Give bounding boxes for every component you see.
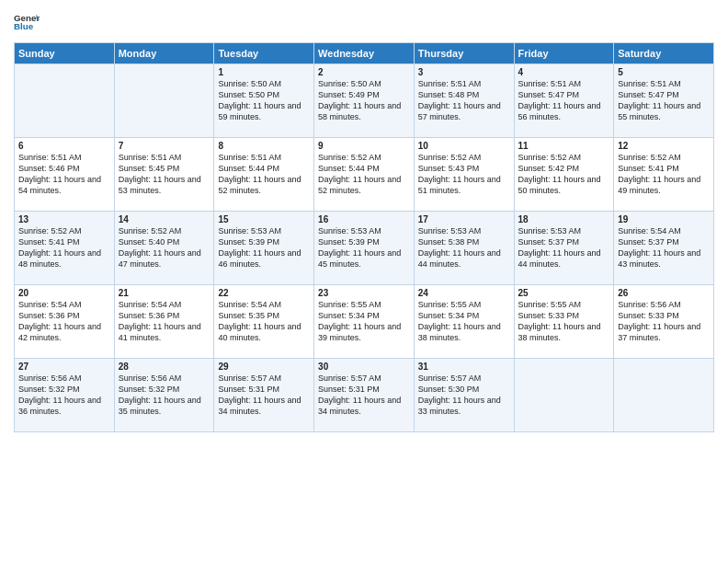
day-cell: 31Sunrise: 5:57 AM Sunset: 5:30 PM Dayli…	[414, 359, 514, 432]
day-number: 28	[119, 362, 210, 372]
day-cell: 27Sunrise: 5:56 AM Sunset: 5:32 PM Dayli…	[15, 359, 115, 432]
day-content: Sunrise: 5:57 AM Sunset: 5:30 PM Dayligh…	[418, 373, 510, 418]
day-content: Sunrise: 5:54 AM Sunset: 5:35 PM Dayligh…	[218, 299, 310, 344]
day-cell: 29Sunrise: 5:57 AM Sunset: 5:31 PM Dayli…	[214, 359, 314, 432]
day-cell: 1Sunrise: 5:50 AM Sunset: 5:50 PM Daylig…	[214, 64, 314, 138]
day-cell: 28Sunrise: 5:56 AM Sunset: 5:32 PM Dayli…	[114, 359, 214, 432]
day-cell: 8Sunrise: 5:51 AM Sunset: 5:44 PM Daylig…	[214, 138, 314, 212]
day-number: 3	[418, 67, 510, 77]
day-number: 4	[518, 67, 610, 77]
day-content: Sunrise: 5:57 AM Sunset: 5:31 PM Dayligh…	[318, 373, 410, 418]
day-header-thursday: Thursday	[414, 43, 514, 64]
day-number: 14	[119, 214, 210, 224]
day-content: Sunrise: 5:54 AM Sunset: 5:37 PM Dayligh…	[618, 225, 710, 270]
day-number: 25	[518, 288, 610, 298]
day-cell: 11Sunrise: 5:52 AM Sunset: 5:42 PM Dayli…	[514, 138, 614, 212]
day-content: Sunrise: 5:53 AM Sunset: 5:39 PM Dayligh…	[218, 225, 310, 270]
day-content: Sunrise: 5:53 AM Sunset: 5:37 PM Dayligh…	[518, 225, 610, 270]
day-cell: 22Sunrise: 5:54 AM Sunset: 5:35 PM Dayli…	[214, 285, 314, 359]
day-cell: 18Sunrise: 5:53 AM Sunset: 5:37 PM Dayli…	[514, 212, 614, 285]
day-cell: 3Sunrise: 5:51 AM Sunset: 5:48 PM Daylig…	[414, 64, 514, 138]
week-row-1: 1Sunrise: 5:50 AM Sunset: 5:50 PM Daylig…	[15, 64, 714, 138]
day-content: Sunrise: 5:53 AM Sunset: 5:39 PM Dayligh…	[318, 225, 410, 270]
day-number: 1	[218, 67, 310, 77]
day-cell: 15Sunrise: 5:53 AM Sunset: 5:39 PM Dayli…	[214, 212, 314, 285]
day-number: 11	[518, 141, 610, 151]
day-content: Sunrise: 5:50 AM Sunset: 5:49 PM Dayligh…	[318, 78, 410, 123]
day-cell: 21Sunrise: 5:54 AM Sunset: 5:36 PM Dayli…	[114, 285, 214, 359]
day-content: Sunrise: 5:52 AM Sunset: 5:40 PM Dayligh…	[119, 225, 210, 270]
day-cell	[15, 64, 115, 138]
day-content: Sunrise: 5:56 AM Sunset: 5:32 PM Dayligh…	[119, 373, 210, 418]
day-cell: 26Sunrise: 5:56 AM Sunset: 5:33 PM Dayli…	[614, 285, 714, 359]
day-content: Sunrise: 5:51 AM Sunset: 5:46 PM Dayligh…	[18, 152, 110, 197]
day-number: 21	[119, 288, 210, 298]
day-number: 30	[318, 362, 410, 372]
day-number: 24	[418, 288, 510, 298]
calendar-table: SundayMondayTuesdayWednesdayThursdayFrid…	[14, 42, 714, 432]
day-cell: 30Sunrise: 5:57 AM Sunset: 5:31 PM Dayli…	[314, 359, 415, 432]
day-number: 15	[218, 214, 310, 224]
day-number: 17	[418, 214, 510, 224]
day-number: 26	[618, 288, 710, 298]
day-cell: 12Sunrise: 5:52 AM Sunset: 5:41 PM Dayli…	[614, 138, 714, 212]
day-cell: 10Sunrise: 5:52 AM Sunset: 5:43 PM Dayli…	[414, 138, 514, 212]
day-content: Sunrise: 5:52 AM Sunset: 5:41 PM Dayligh…	[618, 152, 710, 197]
day-number: 23	[318, 288, 410, 298]
day-number: 9	[318, 141, 410, 151]
day-content: Sunrise: 5:54 AM Sunset: 5:36 PM Dayligh…	[119, 299, 210, 344]
day-number: 10	[418, 141, 510, 151]
day-cell: 24Sunrise: 5:55 AM Sunset: 5:34 PM Dayli…	[414, 285, 514, 359]
day-cell	[514, 359, 614, 432]
day-cell	[614, 359, 714, 432]
week-row-2: 6Sunrise: 5:51 AM Sunset: 5:46 PM Daylig…	[15, 138, 714, 212]
day-cell: 2Sunrise: 5:50 AM Sunset: 5:49 PM Daylig…	[314, 64, 415, 138]
day-header-tuesday: Tuesday	[214, 43, 314, 64]
day-content: Sunrise: 5:55 AM Sunset: 5:33 PM Dayligh…	[518, 299, 610, 344]
day-content: Sunrise: 5:51 AM Sunset: 5:48 PM Dayligh…	[418, 78, 510, 123]
day-cell	[114, 64, 214, 138]
day-cell: 17Sunrise: 5:53 AM Sunset: 5:38 PM Dayli…	[414, 212, 514, 285]
day-cell: 19Sunrise: 5:54 AM Sunset: 5:37 PM Dayli…	[614, 212, 714, 285]
day-content: Sunrise: 5:51 AM Sunset: 5:45 PM Dayligh…	[119, 152, 210, 197]
day-content: Sunrise: 5:52 AM Sunset: 5:43 PM Dayligh…	[418, 152, 510, 197]
day-header-wednesday: Wednesday	[314, 43, 415, 64]
day-content: Sunrise: 5:50 AM Sunset: 5:50 PM Dayligh…	[218, 78, 310, 123]
day-content: Sunrise: 5:55 AM Sunset: 5:34 PM Dayligh…	[318, 299, 410, 344]
day-cell: 4Sunrise: 5:51 AM Sunset: 5:47 PM Daylig…	[514, 64, 614, 138]
day-content: Sunrise: 5:51 AM Sunset: 5:47 PM Dayligh…	[518, 78, 610, 123]
day-number: 5	[618, 67, 710, 77]
day-content: Sunrise: 5:52 AM Sunset: 5:41 PM Dayligh…	[18, 225, 110, 270]
week-row-5: 27Sunrise: 5:56 AM Sunset: 5:32 PM Dayli…	[15, 359, 714, 432]
week-row-3: 13Sunrise: 5:52 AM Sunset: 5:41 PM Dayli…	[15, 212, 714, 285]
day-number: 19	[618, 214, 710, 224]
day-content: Sunrise: 5:57 AM Sunset: 5:31 PM Dayligh…	[218, 373, 310, 418]
day-number: 31	[418, 362, 510, 372]
logo: General Blue	[14, 9, 21, 35]
day-cell: 20Sunrise: 5:54 AM Sunset: 5:36 PM Dayli…	[15, 285, 115, 359]
header-row: SundayMondayTuesdayWednesdayThursdayFrid…	[15, 43, 714, 64]
day-content: Sunrise: 5:56 AM Sunset: 5:32 PM Dayligh…	[18, 373, 110, 418]
day-cell: 13Sunrise: 5:52 AM Sunset: 5:41 PM Dayli…	[15, 212, 115, 285]
day-content: Sunrise: 5:54 AM Sunset: 5:36 PM Dayligh…	[18, 299, 110, 344]
page: General Blue SundayMondayTuesdayWednesda…	[0, 0, 728, 563]
day-cell: 9Sunrise: 5:52 AM Sunset: 5:44 PM Daylig…	[314, 138, 415, 212]
day-number: 20	[18, 288, 110, 298]
day-cell: 7Sunrise: 5:51 AM Sunset: 5:45 PM Daylig…	[114, 138, 214, 212]
day-number: 2	[318, 67, 410, 77]
day-number: 22	[218, 288, 310, 298]
logo-icon: General Blue	[14, 9, 40, 35]
day-content: Sunrise: 5:56 AM Sunset: 5:33 PM Dayligh…	[618, 299, 710, 344]
day-number: 16	[318, 214, 410, 224]
day-number: 13	[18, 214, 110, 224]
day-number: 12	[618, 141, 710, 151]
day-number: 6	[18, 141, 110, 151]
day-content: Sunrise: 5:52 AM Sunset: 5:44 PM Dayligh…	[318, 152, 410, 197]
day-header-sunday: Sunday	[15, 43, 115, 64]
day-cell: 14Sunrise: 5:52 AM Sunset: 5:40 PM Dayli…	[114, 212, 214, 285]
day-cell: 23Sunrise: 5:55 AM Sunset: 5:34 PM Dayli…	[314, 285, 415, 359]
day-cell: 25Sunrise: 5:55 AM Sunset: 5:33 PM Dayli…	[514, 285, 614, 359]
day-number: 27	[18, 362, 110, 372]
svg-text:Blue: Blue	[14, 21, 34, 31]
day-header-friday: Friday	[514, 43, 614, 64]
